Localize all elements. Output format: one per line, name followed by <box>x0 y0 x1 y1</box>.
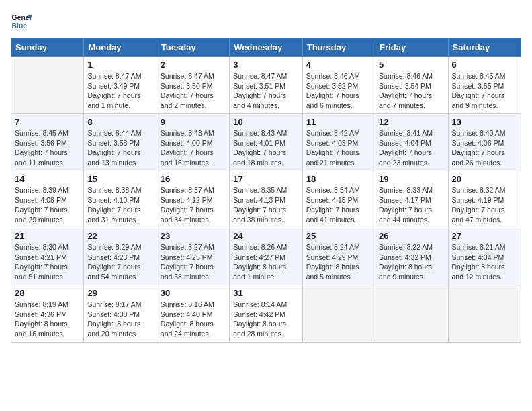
day-number: 14 <box>15 174 80 184</box>
day-info: Sunrise: 8:32 AMSunset: 4:19 PMDaylight:… <box>452 185 517 225</box>
calendar-cell: 12Sunrise: 8:41 AMSunset: 4:04 PMDayligh… <box>375 114 448 171</box>
calendar-cell: 28Sunrise: 8:19 AMSunset: 4:36 PMDayligh… <box>11 285 84 342</box>
day-info: Sunrise: 8:41 AMSunset: 4:04 PMDaylight:… <box>379 128 444 168</box>
day-number: 26 <box>379 231 444 241</box>
calendar-cell: 21Sunrise: 8:30 AMSunset: 4:21 PMDayligh… <box>11 228 84 285</box>
day-number: 24 <box>233 231 298 241</box>
day-info: Sunrise: 8:29 AMSunset: 4:23 PMDaylight:… <box>87 242 152 282</box>
day-number: 29 <box>87 288 152 298</box>
day-number: 10 <box>233 117 298 127</box>
day-info: Sunrise: 8:39 AMSunset: 4:08 PMDaylight:… <box>15 185 80 225</box>
calendar-cell: 23Sunrise: 8:27 AMSunset: 4:25 PMDayligh… <box>157 228 229 285</box>
calendar-header-row: SundayMondayTuesdayWednesdayThursdayFrid… <box>11 38 521 57</box>
calendar-cell: 31Sunrise: 8:14 AMSunset: 4:42 PMDayligh… <box>230 285 302 342</box>
calendar-cell: 30Sunrise: 8:16 AMSunset: 4:40 PMDayligh… <box>157 285 229 342</box>
day-number: 4 <box>306 60 371 70</box>
day-info: Sunrise: 8:47 AMSunset: 3:49 PMDaylight:… <box>87 71 152 111</box>
day-number: 13 <box>452 117 517 127</box>
day-info: Sunrise: 8:14 AMSunset: 4:42 PMDaylight:… <box>233 300 298 339</box>
day-info: Sunrise: 8:42 AMSunset: 4:03 PMDaylight:… <box>306 128 371 168</box>
calendar-cell: 7Sunrise: 8:45 AMSunset: 3:56 PMDaylight… <box>11 114 84 171</box>
day-info: Sunrise: 8:21 AMSunset: 4:34 PMDaylight:… <box>452 242 517 282</box>
calendar-week-row: 7Sunrise: 8:45 AMSunset: 3:56 PMDaylight… <box>11 114 521 171</box>
column-header-wednesday: Wednesday <box>230 38 302 57</box>
day-info: Sunrise: 8:19 AMSunset: 4:36 PMDaylight:… <box>15 300 80 339</box>
day-info: Sunrise: 8:37 AMSunset: 4:12 PMDaylight:… <box>161 185 226 225</box>
calendar-cell: 22Sunrise: 8:29 AMSunset: 4:23 PMDayligh… <box>84 228 157 285</box>
day-number: 30 <box>161 288 226 298</box>
column-header-saturday: Saturday <box>448 38 521 57</box>
day-info: Sunrise: 8:30 AMSunset: 4:21 PMDaylight:… <box>15 242 80 282</box>
day-number: 9 <box>161 117 226 127</box>
day-info: Sunrise: 8:46 AMSunset: 3:52 PMDaylight:… <box>306 71 371 111</box>
day-info: Sunrise: 8:44 AMSunset: 3:58 PMDaylight:… <box>87 128 152 168</box>
day-number: 27 <box>452 231 517 241</box>
day-number: 28 <box>15 288 80 298</box>
calendar-cell <box>375 285 448 342</box>
calendar-cell: 15Sunrise: 8:38 AMSunset: 4:10 PMDayligh… <box>84 171 157 228</box>
calendar-week-row: 21Sunrise: 8:30 AMSunset: 4:21 PMDayligh… <box>11 228 521 285</box>
day-info: Sunrise: 8:35 AMSunset: 4:13 PMDaylight:… <box>233 185 298 225</box>
calendar-cell: 14Sunrise: 8:39 AMSunset: 4:08 PMDayligh… <box>11 171 84 228</box>
calendar-cell: 24Sunrise: 8:26 AMSunset: 4:27 PMDayligh… <box>230 228 302 285</box>
day-info: Sunrise: 8:26 AMSunset: 4:27 PMDaylight:… <box>233 242 298 282</box>
calendar-cell: 27Sunrise: 8:21 AMSunset: 4:34 PMDayligh… <box>448 228 521 285</box>
day-number: 2 <box>161 60 226 70</box>
day-number: 7 <box>15 117 80 127</box>
calendar-cell: 13Sunrise: 8:40 AMSunset: 4:06 PMDayligh… <box>448 114 521 171</box>
column-header-friday: Friday <box>375 38 448 57</box>
day-info: Sunrise: 8:47 AMSunset: 3:51 PMDaylight:… <box>233 71 298 111</box>
page-header: General Blue <box>11 11 521 32</box>
calendar-cell: 25Sunrise: 8:24 AMSunset: 4:29 PMDayligh… <box>302 228 375 285</box>
day-info: Sunrise: 8:27 AMSunset: 4:25 PMDaylight:… <box>161 242 226 282</box>
day-info: Sunrise: 8:24 AMSunset: 4:29 PMDaylight:… <box>306 242 371 282</box>
day-info: Sunrise: 8:33 AMSunset: 4:17 PMDaylight:… <box>379 185 444 225</box>
day-number: 16 <box>161 174 226 184</box>
calendar-cell: 9Sunrise: 8:43 AMSunset: 4:00 PMDaylight… <box>157 114 229 171</box>
calendar-cell: 1Sunrise: 8:47 AMSunset: 3:49 PMDaylight… <box>84 57 157 114</box>
svg-text:Blue: Blue <box>12 22 28 30</box>
day-info: Sunrise: 8:45 AMSunset: 3:55 PMDaylight:… <box>452 71 517 111</box>
logo: General Blue <box>11 11 32 32</box>
day-info: Sunrise: 8:34 AMSunset: 4:15 PMDaylight:… <box>306 185 371 225</box>
day-number: 3 <box>233 60 298 70</box>
calendar-cell <box>302 285 375 342</box>
calendar-cell: 11Sunrise: 8:42 AMSunset: 4:03 PMDayligh… <box>302 114 375 171</box>
logo-icon: General Blue <box>11 11 32 32</box>
day-number: 25 <box>306 231 371 241</box>
day-info: Sunrise: 8:38 AMSunset: 4:10 PMDaylight:… <box>87 185 152 225</box>
calendar-week-row: 28Sunrise: 8:19 AMSunset: 4:36 PMDayligh… <box>11 285 521 342</box>
calendar-cell: 18Sunrise: 8:34 AMSunset: 4:15 PMDayligh… <box>302 171 375 228</box>
calendar-table: SundayMondayTuesdayWednesdayThursdayFrid… <box>11 38 521 342</box>
calendar-cell: 8Sunrise: 8:44 AMSunset: 3:58 PMDaylight… <box>84 114 157 171</box>
day-number: 15 <box>87 174 152 184</box>
day-number: 6 <box>452 60 517 70</box>
day-number: 8 <box>87 117 152 127</box>
day-info: Sunrise: 8:43 AMSunset: 4:00 PMDaylight:… <box>161 128 226 168</box>
calendar-cell <box>11 57 84 114</box>
calendar-week-row: 14Sunrise: 8:39 AMSunset: 4:08 PMDayligh… <box>11 171 521 228</box>
day-info: Sunrise: 8:45 AMSunset: 3:56 PMDaylight:… <box>15 128 80 168</box>
calendar-cell: 4Sunrise: 8:46 AMSunset: 3:52 PMDaylight… <box>302 57 375 114</box>
calendar-cell: 16Sunrise: 8:37 AMSunset: 4:12 PMDayligh… <box>157 171 229 228</box>
day-info: Sunrise: 8:40 AMSunset: 4:06 PMDaylight:… <box>452 128 517 168</box>
day-number: 20 <box>452 174 517 184</box>
day-number: 18 <box>306 174 371 184</box>
calendar-cell: 29Sunrise: 8:17 AMSunset: 4:38 PMDayligh… <box>84 285 157 342</box>
day-number: 5 <box>379 60 444 70</box>
calendar-cell: 20Sunrise: 8:32 AMSunset: 4:19 PMDayligh… <box>448 171 521 228</box>
calendar-cell: 2Sunrise: 8:47 AMSunset: 3:50 PMDaylight… <box>157 57 229 114</box>
day-info: Sunrise: 8:22 AMSunset: 4:32 PMDaylight:… <box>379 242 444 282</box>
calendar-week-row: 1Sunrise: 8:47 AMSunset: 3:49 PMDaylight… <box>11 57 521 114</box>
day-info: Sunrise: 8:16 AMSunset: 4:40 PMDaylight:… <box>161 300 226 339</box>
day-number: 12 <box>379 117 444 127</box>
day-number: 21 <box>15 231 80 241</box>
calendar-cell: 10Sunrise: 8:43 AMSunset: 4:01 PMDayligh… <box>230 114 302 171</box>
day-number: 31 <box>233 288 298 298</box>
column-header-tuesday: Tuesday <box>157 38 229 57</box>
day-info: Sunrise: 8:46 AMSunset: 3:54 PMDaylight:… <box>379 71 444 111</box>
day-number: 17 <box>233 174 298 184</box>
calendar-cell: 3Sunrise: 8:47 AMSunset: 3:51 PMDaylight… <box>230 57 302 114</box>
day-info: Sunrise: 8:17 AMSunset: 4:38 PMDaylight:… <box>87 300 152 339</box>
day-number: 1 <box>87 60 152 70</box>
